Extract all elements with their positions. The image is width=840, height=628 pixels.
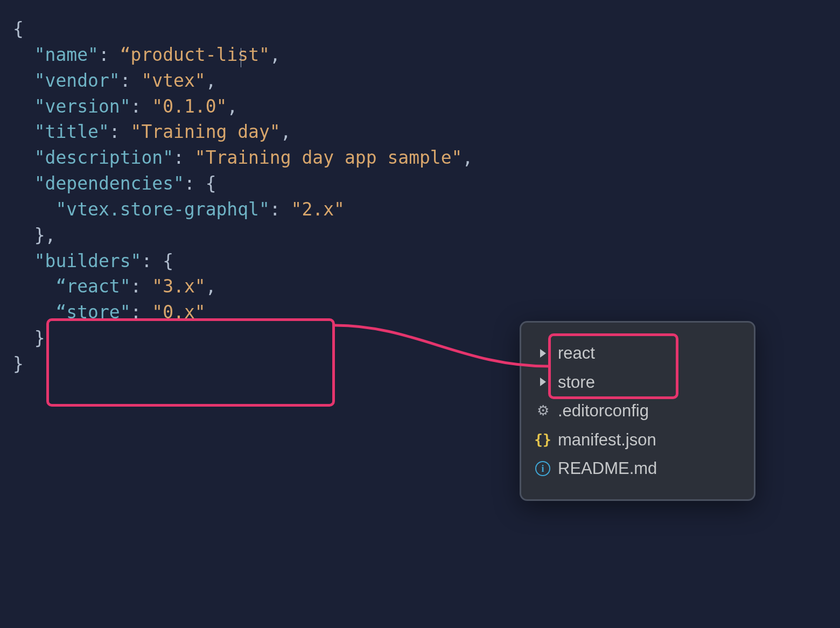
json-key-react: “react": [55, 276, 130, 297]
json-val-react: "3.x": [152, 276, 205, 297]
json-key-name: "name": [34, 44, 99, 65]
json-val-dep-storegraphql: "2.x": [291, 199, 345, 220]
chevron-right-icon: [535, 378, 550, 386]
json-braces-icon: {}: [535, 429, 550, 451]
file-label: .editorconfig: [558, 397, 649, 424]
info-icon: i: [535, 461, 550, 476]
json-key-version: "version": [34, 96, 131, 117]
json-key-title: "title": [34, 121, 109, 142]
folder-store[interactable]: store: [535, 368, 740, 397]
folder-react[interactable]: react: [535, 339, 740, 368]
json-key-description: "description": [34, 147, 173, 168]
json-val-name: “product-list": [120, 44, 270, 65]
chevron-right-icon: [535, 349, 550, 358]
json-val-title: "Training day": [131, 121, 281, 142]
json-key-dependencies: "dependencies": [34, 173, 184, 194]
json-key-store: “store": [55, 302, 130, 323]
json-key-dep-storegraphql: "vtex.store-graphql": [55, 199, 269, 220]
text-cursor: [241, 48, 241, 67]
json-key-vendor: "vendor": [34, 70, 120, 91]
file-manifest-json[interactable]: {} manifest.json: [535, 425, 740, 455]
folder-label: react: [558, 340, 595, 367]
json-val-vendor: "vtex": [141, 70, 205, 91]
file-explorer-pane: react store ⚙ .editorconfig {} manifest.…: [520, 321, 755, 501]
json-key-builders: "builders": [34, 250, 142, 271]
json-val-version: "0.1.0": [152, 96, 227, 117]
file-label: manifest.json: [558, 427, 656, 453]
file-editorconfig[interactable]: ⚙ .editorconfig: [535, 396, 740, 425]
gear-icon: ⚙: [535, 400, 550, 422]
file-label: README.md: [558, 455, 657, 482]
file-readme-md[interactable]: i README.md: [535, 454, 740, 483]
folder-label: store: [558, 369, 595, 396]
json-val-description: "Training day app sample": [195, 147, 463, 168]
json-val-store: "0.x": [152, 302, 205, 323]
